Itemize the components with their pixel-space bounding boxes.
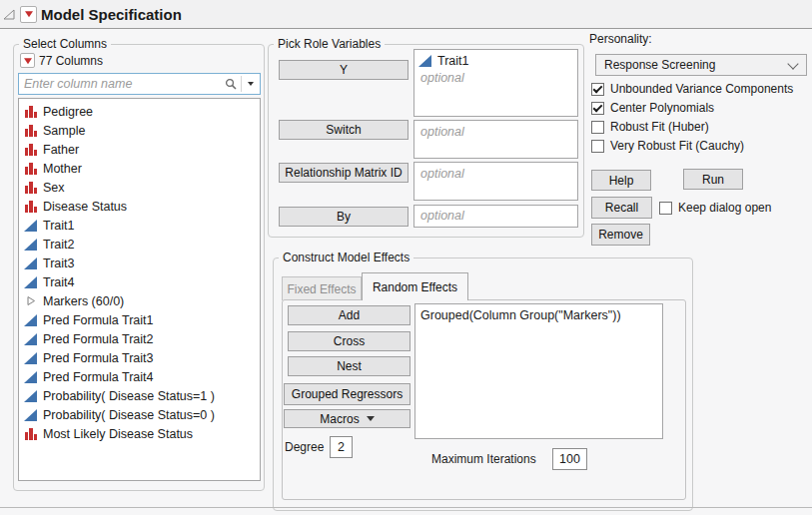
tab-label: Fixed Effects xyxy=(287,282,356,296)
switch-role-drop-zone[interactable]: optional xyxy=(413,120,578,159)
page-title: Model Specification xyxy=(41,6,182,23)
checkbox-row-center-polynomials[interactable]: Center Polynomials xyxy=(591,101,714,115)
nominal-bars-icon xyxy=(24,143,37,156)
column-label: Pred Formula Trait4 xyxy=(43,370,153,384)
list-item[interactable]: Pedigree xyxy=(19,102,260,121)
list-item[interactable]: Trait1 xyxy=(19,216,260,235)
model-effects-list[interactable]: Grouped(Column Group("Markers")) xyxy=(414,303,663,439)
run-button-label: Run xyxy=(702,173,724,187)
checkbox-row-unbounded-variance[interactable]: Unbounded Variance Components xyxy=(591,82,793,96)
tab-random-effects[interactable]: Random Effects xyxy=(362,272,468,300)
relationship-matrix-id-drop-zone[interactable]: optional xyxy=(413,162,578,201)
degree-label: Degree xyxy=(285,440,324,454)
pick-role-variables-label: Pick Role Variables xyxy=(274,37,385,51)
relationship-matrix-id-role-button[interactable]: Relationship Matrix ID xyxy=(279,163,408,183)
column-label: Pred Formula Trait1 xyxy=(43,313,153,327)
checkbox-unchecked-icon[interactable] xyxy=(591,140,604,153)
continuous-triangle-icon xyxy=(24,333,37,345)
list-item[interactable]: Disease Status xyxy=(19,197,260,216)
column-label: Disease Status xyxy=(43,200,127,214)
list-item[interactable]: Probability( Disease Status=0 ) xyxy=(19,405,260,424)
red-popup-menu-icon[interactable] xyxy=(20,6,37,23)
recall-button[interactable]: Recall xyxy=(591,197,652,219)
checkbox-row-very-robust-fit[interactable]: Very Robust Fit (Cauchy) xyxy=(591,139,744,153)
model-specification-dialog: Model Specification Select Columns 77 Co… xyxy=(0,0,812,515)
checkbox-unchecked-icon[interactable] xyxy=(659,202,672,215)
keep-dialog-open-row[interactable]: Keep dialog open xyxy=(659,201,771,215)
relationship-matrix-id-button-label: Relationship Matrix ID xyxy=(285,166,402,180)
by-role-button-label: By xyxy=(337,210,351,224)
select-columns-group: Select Columns 77 Columns Pedigree xyxy=(13,44,265,491)
y-role-drop-zone[interactable]: Trait1 optional xyxy=(413,49,578,117)
keep-dialog-open-label: Keep dialog open xyxy=(678,201,771,215)
search-input[interactable] xyxy=(19,77,225,91)
column-label: Markers (60/0) xyxy=(43,294,124,308)
add-button[interactable]: Add xyxy=(288,305,410,325)
checkbox-row-robust-fit[interactable]: Robust Fit (Huber) xyxy=(591,120,709,134)
chevron-down-icon xyxy=(248,82,254,86)
list-item[interactable]: Mother xyxy=(19,159,260,178)
list-item[interactable]: Most Likely Disease Status xyxy=(19,424,260,443)
select-columns-label: Select Columns xyxy=(19,37,111,51)
search-filter-dropdown[interactable] xyxy=(242,74,260,94)
continuous-triangle-icon xyxy=(24,352,37,364)
optional-placeholder: optional xyxy=(420,209,464,223)
nest-button[interactable]: Nest xyxy=(288,356,410,376)
construct-model-effects-group: Construct Model Effects Fixed Effects Ra… xyxy=(273,258,693,511)
checkbox-checked-icon[interactable] xyxy=(591,83,604,96)
maximum-iterations-field[interactable]: 100 xyxy=(552,448,587,470)
macros-menu-button[interactable]: Macros xyxy=(284,409,410,428)
remove-button[interactable]: Remove xyxy=(591,224,650,246)
column-label: Trait3 xyxy=(43,257,75,270)
optional-placeholder: optional xyxy=(420,167,464,181)
y-role-button[interactable]: Y xyxy=(279,60,408,80)
column-label: Most Likely Disease Status xyxy=(43,427,193,441)
nominal-bars-icon xyxy=(24,427,37,440)
remove-button-label: Remove xyxy=(598,228,643,242)
personality-select[interactable]: Response Screening xyxy=(595,54,807,76)
list-item[interactable]: Pred Formula Trait3 xyxy=(19,348,260,367)
macros-button-label: Macros xyxy=(320,412,359,426)
list-item[interactable]: Sample xyxy=(19,121,260,140)
panel-bottom-divider xyxy=(0,507,812,508)
list-item[interactable]: Trait3 xyxy=(19,254,260,272)
collapsed-group-arrow-icon[interactable] xyxy=(24,294,37,307)
columns-count-menu[interactable]: 77 Columns xyxy=(20,53,103,68)
search-icon xyxy=(225,78,238,91)
help-button[interactable]: Help xyxy=(591,170,651,191)
tab-fixed-effects[interactable]: Fixed Effects xyxy=(282,276,362,300)
by-role-drop-zone[interactable]: optional xyxy=(413,205,578,228)
checkbox-unchecked-icon[interactable] xyxy=(591,121,604,134)
nominal-bars-icon xyxy=(24,181,37,194)
red-popup-menu-icon[interactable] xyxy=(20,53,35,68)
list-item[interactable]: Sex xyxy=(19,178,260,197)
column-label: Trait4 xyxy=(43,275,75,289)
list-item[interactable]: Pred Formula Trait2 xyxy=(19,329,260,348)
list-item[interactable]: Pred Formula Trait4 xyxy=(19,367,260,386)
cross-button[interactable]: Cross xyxy=(288,331,410,351)
disclosure-triangle-icon[interactable] xyxy=(2,6,17,22)
degree-field[interactable]: 2 xyxy=(330,436,353,458)
continuous-triangle-icon xyxy=(24,314,37,326)
column-label: Mother xyxy=(43,162,82,176)
switch-role-button[interactable]: Switch xyxy=(279,120,408,140)
list-item[interactable]: Father xyxy=(19,140,260,159)
list-item[interactable]: Probability( Disease Status=1 ) xyxy=(19,386,260,405)
assigned-column[interactable]: Trait1 xyxy=(414,50,577,68)
tab-label: Random Effects xyxy=(373,280,457,294)
checkbox-checked-icon[interactable] xyxy=(591,102,604,115)
title-bar: Model Specification xyxy=(0,0,812,29)
list-item[interactable]: Pred Formula Trait1 xyxy=(19,310,260,329)
list-item[interactable]: Markers (60/0) xyxy=(19,291,260,310)
nominal-bars-icon xyxy=(24,105,37,118)
list-item[interactable]: Trait4 xyxy=(19,272,260,291)
list-item[interactable]: Trait2 xyxy=(19,235,260,254)
column-label: Trait2 xyxy=(43,238,75,252)
optional-placeholder: optional xyxy=(420,125,464,139)
grouped-regressors-button[interactable]: Grouped Regressors xyxy=(284,383,410,405)
column-search-box xyxy=(18,73,261,95)
column-label: Sample xyxy=(43,124,85,138)
by-role-button[interactable]: By xyxy=(279,207,408,227)
effect-entry[interactable]: Grouped(Column Group("Markers")) xyxy=(420,308,657,322)
run-button[interactable]: Run xyxy=(683,169,743,190)
